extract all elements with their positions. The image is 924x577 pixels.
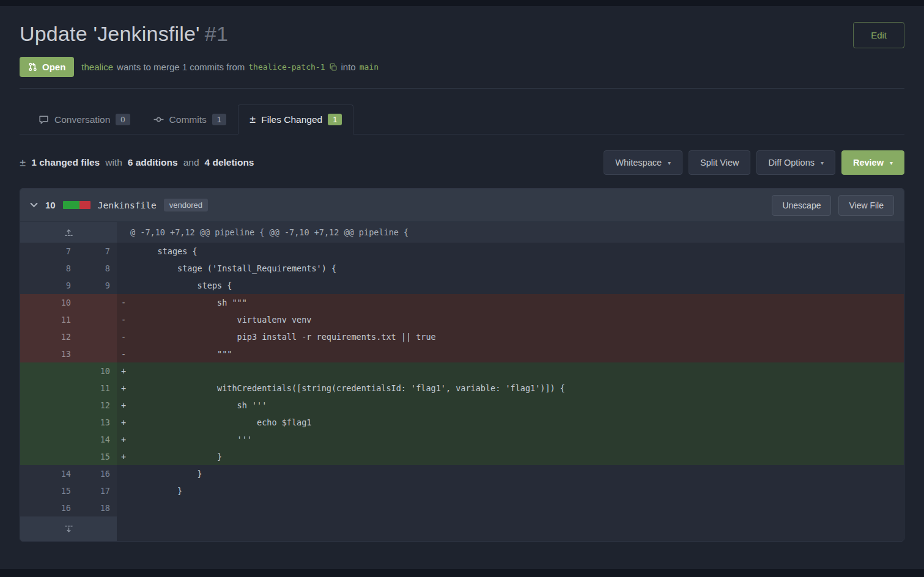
chevron-down-icon: ▾ — [668, 160, 671, 166]
diff-sign: + — [117, 448, 130, 465]
diff-line: 9 9 steps { — [20, 277, 904, 294]
view-file-button[interactable]: View File — [838, 195, 894, 216]
tab-count: 1 — [212, 114, 226, 125]
old-line-number[interactable] — [20, 448, 78, 465]
diff-line: 8 8 stage ('Install_Requirements') { — [20, 260, 904, 277]
diff-line: 11 + withCredentials([string(credentials… — [20, 380, 904, 397]
new-line-number[interactable]: 13 — [78, 414, 117, 431]
diff-line: 12 - pip3 install -r requirements.txt ||… — [20, 328, 904, 345]
code-text: echo $flag1 — [130, 414, 904, 431]
status-label: Open — [42, 62, 65, 72]
old-line-number[interactable]: 14 — [20, 465, 78, 482]
tab-label: Files Changed — [261, 114, 322, 125]
diff-sign: - — [117, 345, 130, 362]
new-line-number[interactable]: 16 — [78, 465, 117, 482]
code-text: stages { — [130, 243, 904, 260]
git-pull-request-icon — [28, 62, 37, 72]
old-line-number[interactable]: 12 — [20, 328, 78, 345]
old-line-number[interactable] — [20, 362, 78, 380]
new-line-number[interactable]: 17 — [78, 482, 117, 499]
comment-icon — [39, 114, 49, 125]
split-view-button[interactable]: Split View — [689, 150, 750, 175]
diff-content: @ -7,10 +7,12 @@ pipeline { @@ -7,10 +7,… — [20, 222, 904, 541]
new-line-number[interactable] — [78, 294, 117, 311]
old-line-number[interactable] — [20, 414, 78, 431]
footer — [0, 569, 924, 577]
expand-down-icon[interactable] — [20, 516, 117, 541]
diff-line: 13 + echo $flag1 — [20, 414, 904, 431]
vendored-badge: vendored — [164, 199, 208, 211]
old-line-number[interactable]: 10 — [20, 294, 78, 311]
new-line-number[interactable] — [78, 345, 117, 362]
source-branch[interactable]: thealice-patch-1 — [248, 62, 325, 72]
pr-tabs: Conversation 0 Commits 1 ± Files Changed… — [20, 89, 904, 134]
old-line-number[interactable]: 8 — [20, 260, 78, 277]
diff-line: 7 7 stages { — [20, 243, 904, 260]
status-badge: Open — [20, 57, 74, 77]
new-line-number[interactable]: 14 — [78, 431, 117, 448]
new-line-number[interactable]: 15 — [78, 448, 117, 465]
edit-button[interactable]: Edit — [853, 22, 904, 48]
target-branch[interactable]: main — [360, 62, 379, 72]
old-line-number[interactable]: 9 — [20, 277, 78, 294]
and-text: and — [183, 157, 199, 168]
diff-sign — [117, 243, 130, 260]
diff-toolbar: ± 1 changed files with 6 additions and 4… — [20, 150, 904, 175]
code-text: ''' — [130, 431, 904, 448]
new-line-number[interactable] — [78, 328, 117, 345]
old-line-number[interactable]: 11 — [20, 311, 78, 328]
whitespace-dropdown[interactable]: Whitespace ▾ — [604, 150, 682, 175]
old-line-number[interactable]: 15 — [20, 482, 78, 499]
diff-line: 11 - virtualenv venv — [20, 311, 904, 328]
stat-additions-segment — [63, 201, 79, 209]
copy-branch-icon[interactable] — [329, 63, 338, 72]
code-text: sh """ — [130, 294, 904, 311]
diff-sign: + — [117, 414, 130, 431]
review-dropdown[interactable]: Review ▾ — [841, 150, 904, 175]
changed-files-count: 1 changed files — [31, 157, 100, 168]
new-line-number[interactable]: 8 — [78, 260, 117, 277]
new-line-number[interactable]: 10 — [78, 362, 117, 380]
merge-sentence: thealice wants to merge 1 commits from t… — [81, 62, 379, 72]
old-line-number[interactable] — [20, 380, 78, 397]
chevron-down-icon: ▾ — [821, 160, 824, 166]
expand-up-icon[interactable] — [20, 222, 117, 243]
tab-commits[interactable]: Commits 1 — [142, 105, 238, 134]
old-line-number[interactable] — [20, 397, 78, 414]
chevron-down-icon: ▾ — [890, 160, 893, 166]
commit-icon — [153, 114, 164, 125]
new-line-number[interactable] — [78, 311, 117, 328]
collapse-file-icon[interactable] — [30, 202, 38, 208]
new-line-number[interactable]: 9 — [78, 277, 117, 294]
diff-sign — [117, 260, 130, 277]
new-line-number[interactable]: 7 — [78, 243, 117, 260]
pr-meta: Open thealice wants to merge 1 commits f… — [20, 57, 904, 88]
code-text: pip3 install -r requirements.txt || true — [130, 328, 904, 345]
expand-bottom-row — [20, 516, 904, 541]
diff-line: 12 + sh ''' — [20, 397, 904, 414]
code-text — [130, 499, 904, 516]
page-title: Update 'Jenkinsfile'#1 — [20, 22, 228, 46]
code-text: virtualenv venv — [130, 311, 904, 328]
tab-files-changed[interactable]: ± Files Changed 1 — [238, 105, 353, 134]
old-line-number[interactable] — [20, 431, 78, 448]
old-line-number[interactable]: 16 — [20, 499, 78, 516]
diff-file-box: 10 Jenkinsfile vendored Unescape View Fi… — [20, 188, 904, 542]
stat-deletions-segment — [79, 201, 91, 209]
old-line-number[interactable]: 13 — [20, 345, 78, 362]
tab-label: Conversation — [54, 114, 110, 125]
new-line-number[interactable]: 12 — [78, 397, 117, 414]
file-name[interactable]: Jenkinsfile — [98, 200, 157, 210]
tab-conversation[interactable]: Conversation 0 — [27, 105, 142, 134]
old-line-number[interactable]: 7 — [20, 243, 78, 260]
unescape-button[interactable]: Unescape — [772, 195, 831, 216]
code-text: sh ''' — [130, 397, 904, 414]
additions-count: 6 additions — [128, 157, 178, 168]
pr-title-text: Update 'Jenkinsfile' — [20, 22, 200, 45]
diff-summary: ± 1 changed files with 6 additions and 4… — [20, 157, 254, 168]
new-line-number[interactable]: 18 — [78, 499, 117, 516]
new-line-number[interactable]: 11 — [78, 380, 117, 397]
author-link[interactable]: thealice — [81, 62, 113, 72]
diff-options-dropdown[interactable]: Diff Options ▾ — [756, 150, 835, 175]
code-text: } — [130, 448, 904, 465]
